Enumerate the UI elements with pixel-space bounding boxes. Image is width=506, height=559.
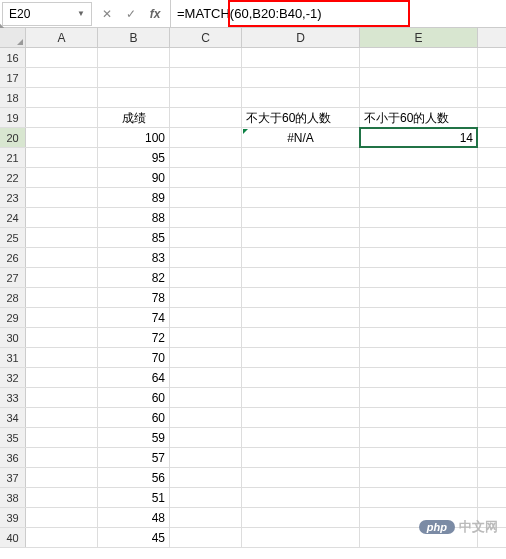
cell-E18[interactable]: [360, 88, 478, 107]
row-header-22[interactable]: 22: [0, 168, 26, 187]
cell-C17[interactable]: [170, 68, 242, 87]
cell-A24[interactable]: [26, 208, 98, 227]
cell-E29[interactable]: [360, 308, 478, 327]
cell-E19[interactable]: 不小于60的人数: [360, 108, 478, 127]
row-header-33[interactable]: 33: [0, 388, 26, 407]
fx-button[interactable]: fx: [144, 3, 166, 25]
cell-B30[interactable]: 72: [98, 328, 170, 347]
cell-B21[interactable]: 95: [98, 148, 170, 167]
cell-A33[interactable]: [26, 388, 98, 407]
cell-C31[interactable]: [170, 348, 242, 367]
row-header-21[interactable]: 21: [0, 148, 26, 167]
col-header-D[interactable]: D: [242, 28, 360, 47]
cell-E34[interactable]: [360, 408, 478, 427]
cell-B16[interactable]: [98, 48, 170, 67]
cell-D39[interactable]: [242, 508, 360, 527]
name-box-dropdown-icon[interactable]: ▼: [77, 9, 85, 18]
cell-A28[interactable]: [26, 288, 98, 307]
row-header-30[interactable]: 30: [0, 328, 26, 347]
cell-C37[interactable]: [170, 468, 242, 487]
cell-D27[interactable]: [242, 268, 360, 287]
col-header-E[interactable]: E: [360, 28, 478, 47]
cell-B32[interactable]: 64: [98, 368, 170, 387]
cell-D34[interactable]: [242, 408, 360, 427]
cell-C40[interactable]: [170, 528, 242, 547]
row-header-36[interactable]: 36: [0, 448, 26, 467]
row-header-39[interactable]: 39: [0, 508, 26, 527]
cell-B29[interactable]: 74: [98, 308, 170, 327]
cell-B33[interactable]: 60: [98, 388, 170, 407]
cell-E16[interactable]: [360, 48, 478, 67]
cell-E30[interactable]: [360, 328, 478, 347]
cell-A19[interactable]: [26, 108, 98, 127]
cell-C21[interactable]: [170, 148, 242, 167]
cell-A21[interactable]: [26, 148, 98, 167]
cell-C26[interactable]: [170, 248, 242, 267]
cell-E31[interactable]: [360, 348, 478, 367]
cell-C29[interactable]: [170, 308, 242, 327]
spreadsheet-grid[interactable]: A B C D E 16171819成绩不大于60的人数不小于60的人数2010…: [0, 28, 506, 548]
cell-D35[interactable]: [242, 428, 360, 447]
row-header-23[interactable]: 23: [0, 188, 26, 207]
cell-B27[interactable]: 82: [98, 268, 170, 287]
cell-B26[interactable]: 83: [98, 248, 170, 267]
cell-A16[interactable]: [26, 48, 98, 67]
cell-C32[interactable]: [170, 368, 242, 387]
cell-A35[interactable]: [26, 428, 98, 447]
row-header-32[interactable]: 32: [0, 368, 26, 387]
cell-B22[interactable]: 90: [98, 168, 170, 187]
cell-D18[interactable]: [242, 88, 360, 107]
cell-C27[interactable]: [170, 268, 242, 287]
cell-A38[interactable]: [26, 488, 98, 507]
cell-E27[interactable]: [360, 268, 478, 287]
col-header-B[interactable]: B: [98, 28, 170, 47]
cell-C39[interactable]: [170, 508, 242, 527]
cell-B36[interactable]: 57: [98, 448, 170, 467]
row-header-29[interactable]: 29: [0, 308, 26, 327]
cell-A17[interactable]: [26, 68, 98, 87]
row-header-25[interactable]: 25: [0, 228, 26, 247]
cell-A22[interactable]: [26, 168, 98, 187]
cell-D40[interactable]: [242, 528, 360, 547]
cell-A36[interactable]: [26, 448, 98, 467]
cell-E26[interactable]: [360, 248, 478, 267]
cell-A32[interactable]: [26, 368, 98, 387]
cell-A34[interactable]: [26, 408, 98, 427]
cell-A20[interactable]: [26, 128, 98, 147]
cell-A23[interactable]: [26, 188, 98, 207]
cell-B31[interactable]: 70: [98, 348, 170, 367]
cell-C18[interactable]: [170, 88, 242, 107]
row-header-27[interactable]: 27: [0, 268, 26, 287]
cell-C30[interactable]: [170, 328, 242, 347]
cell-C35[interactable]: [170, 428, 242, 447]
cell-A37[interactable]: [26, 468, 98, 487]
cell-C38[interactable]: [170, 488, 242, 507]
row-header-19[interactable]: 19: [0, 108, 26, 127]
cell-D16[interactable]: [242, 48, 360, 67]
cell-D38[interactable]: [242, 488, 360, 507]
row-header-28[interactable]: 28: [0, 288, 26, 307]
cell-C34[interactable]: [170, 408, 242, 427]
cell-C23[interactable]: [170, 188, 242, 207]
cell-D29[interactable]: [242, 308, 360, 327]
cell-A18[interactable]: [26, 88, 98, 107]
cell-E17[interactable]: [360, 68, 478, 87]
cell-E21[interactable]: [360, 148, 478, 167]
cell-E25[interactable]: [360, 228, 478, 247]
cell-E35[interactable]: [360, 428, 478, 447]
cell-B28[interactable]: 78: [98, 288, 170, 307]
row-header-24[interactable]: 24: [0, 208, 26, 227]
cell-D31[interactable]: [242, 348, 360, 367]
cell-D24[interactable]: [242, 208, 360, 227]
cell-A30[interactable]: [26, 328, 98, 347]
cell-D19[interactable]: 不大于60的人数: [242, 108, 360, 127]
col-header-A[interactable]: A: [26, 28, 98, 47]
row-header-18[interactable]: 18: [0, 88, 26, 107]
row-header-16[interactable]: 16: [0, 48, 26, 67]
cell-D23[interactable]: [242, 188, 360, 207]
cell-B34[interactable]: 60: [98, 408, 170, 427]
cell-A39[interactable]: [26, 508, 98, 527]
name-box[interactable]: E20 ▼: [2, 2, 92, 26]
cell-E38[interactable]: [360, 488, 478, 507]
cell-B37[interactable]: 56: [98, 468, 170, 487]
